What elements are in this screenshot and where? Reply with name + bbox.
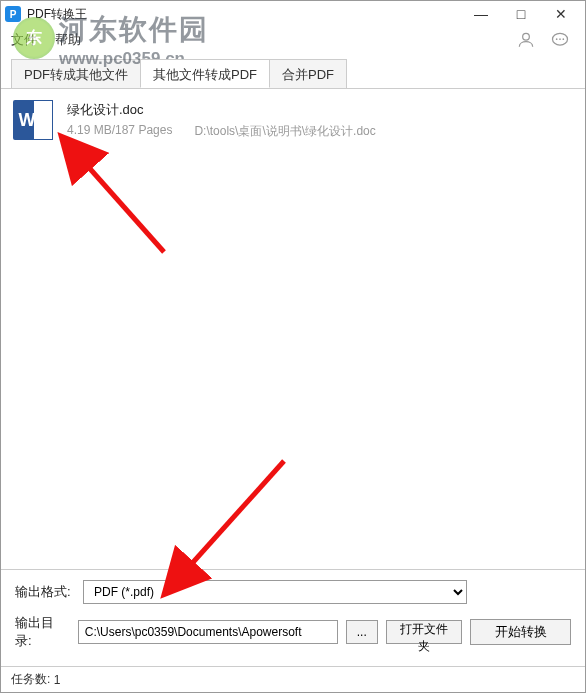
tab-merge-pdf[interactable]: 合并PDF [269,59,347,88]
status-bar: 任务数: 1 [1,666,585,692]
minimize-button[interactable]: — [461,3,501,25]
tab-pdf-to-other[interactable]: PDF转成其他文件 [11,59,141,88]
svg-point-3 [559,38,561,40]
file-list: W 绿化设计.doc 4.19 MB/187 Pages D:\tools\桌面… [1,89,585,569]
word-file-icon: W [13,100,53,140]
svg-line-5 [84,162,164,252]
browse-button[interactable]: ... [346,620,378,644]
window-title: PDF转换王 [27,6,461,23]
annotation-arrow-1 [69,147,189,271]
close-button[interactable]: ✕ [541,3,581,25]
open-folder-button[interactable]: 打开文件夹 [386,620,463,644]
window-controls: — □ ✕ [461,3,581,25]
tasks-count: 1 [54,673,61,687]
menu-help[interactable]: 帮助 [55,31,81,49]
chat-icon[interactable] [549,29,571,51]
maximize-button[interactable]: □ [501,3,541,25]
tasks-label: 任务数: [11,671,50,688]
file-path: D:\tools\桌面\说明书\绿化设计.doc [194,123,375,140]
svg-point-2 [556,38,558,40]
annotation-arrow-2 [169,451,299,585]
svg-point-4 [563,38,565,40]
start-convert-button[interactable]: 开始转换 [470,619,571,645]
tab-other-to-pdf[interactable]: 其他文件转成PDF [140,59,270,88]
tab-bar: PDF转成其他文件 其他文件转成PDF 合并PDF [1,59,585,89]
output-format-select[interactable]: PDF (*.pdf) [83,580,467,604]
svg-line-6 [187,461,284,569]
file-size-pages: 4.19 MB/187 Pages [67,123,172,140]
title-bar: P PDF转换王 — □ ✕ [1,1,585,27]
user-icon[interactable] [515,29,537,51]
file-row[interactable]: W 绿化设计.doc 4.19 MB/187 Pages D:\tools\桌面… [13,97,573,143]
file-name: 绿化设计.doc [67,101,573,119]
output-dir-label: 输出目录: [15,614,70,650]
menu-file[interactable]: 文件 [11,31,37,49]
app-icon: P [5,6,21,22]
menu-bar: 文件 帮助 [1,27,585,53]
output-panel: 输出格式: PDF (*.pdf) 输出目录: ... 打开文件夹 开始转换 [1,569,585,666]
svg-point-0 [523,33,530,40]
output-dir-input[interactable] [78,620,338,644]
output-format-label: 输出格式: [15,583,75,601]
